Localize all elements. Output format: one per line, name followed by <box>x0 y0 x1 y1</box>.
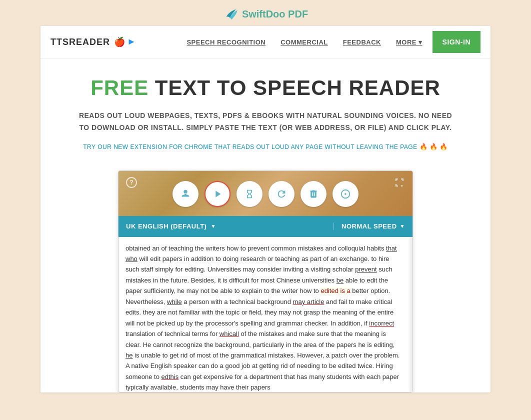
text-content-area[interactable]: obtained an of teaching the writers how … <box>118 237 412 392</box>
swiftdoo-logo[interactable]: SwiftDoo PDF <box>223 6 308 22</box>
word-whicall: whicall <box>220 330 239 338</box>
swiftdoo-text: SwiftDoo PDF <box>242 8 308 20</box>
main-card: TTSREADER 🍎 ► SPEECH RECOGNITION COMMERC… <box>40 26 490 392</box>
player-top: ? <box>118 171 412 216</box>
speech-recognition-link[interactable]: SPEECH RECOGNITION <box>186 38 266 46</box>
word-edited: edited is a <box>320 287 350 294</box>
bird-icon <box>223 6 239 22</box>
play-button[interactable] <box>204 181 230 207</box>
word-edthis: edthis <box>162 373 179 380</box>
play-brand-icon: ► <box>127 36 136 48</box>
play-icon <box>212 188 223 200</box>
target-icon <box>340 188 351 200</box>
word-incorrect: incorrect <box>369 320 394 327</box>
fullscreen-svg <box>394 178 404 188</box>
hero-section: FREE TEXT TO SPEECH READER READS OUT LOU… <box>40 58 490 170</box>
word-prevent: prevent <box>355 266 376 273</box>
word-may-article: may article <box>293 298 324 306</box>
speed-chevron: ▼ <box>400 224 405 229</box>
person-icon <box>180 188 191 200</box>
word-while: while <box>167 298 182 306</box>
navbar: TTSREADER 🍎 ► SPEECH RECOGNITION COMMERC… <box>40 26 490 58</box>
brand-name: TTSREADER <box>50 37 110 48</box>
controls-row <box>126 178 405 210</box>
navbar-brand: TTSREADER 🍎 ► <box>50 36 186 48</box>
speed-selector[interactable]: NORMAL SPEED ▼ <box>334 222 412 230</box>
language-chevron: ▼ <box>210 224 216 229</box>
brand-icons: 🍎 ► <box>114 36 136 48</box>
hero-title: FREE TEXT TO SPEECH READER <box>60 76 470 100</box>
word-that: that <box>386 244 397 252</box>
hourglass-icon <box>244 188 254 200</box>
word-he: he <box>126 352 132 359</box>
person-button[interactable] <box>172 181 198 207</box>
top-bar: SwiftDoo PDF <box>0 0 531 26</box>
hero-subtitle: READS OUT LOUD WEBPAGES, TEXTS, PDFS & E… <box>60 110 470 134</box>
hero-title-rest: TEXT TO SPEECH READER <box>148 76 440 100</box>
navbar-links: SPEECH RECOGNITION COMMERCIAL FEEDBACK M… <box>186 38 422 46</box>
speed-label: NORMAL SPEED <box>342 222 397 230</box>
feedback-link[interactable]: FEEDBACK <box>343 38 381 46</box>
target-button[interactable] <box>332 181 358 207</box>
lang-speed-bar: UK ENGLISH (DEFAULT) ▼ NORMAL SPEED ▼ <box>118 216 412 237</box>
trash-button[interactable] <box>300 181 326 207</box>
timer-button[interactable] <box>236 181 262 207</box>
hero-title-free: FREE <box>90 76 148 100</box>
fullscreen-icon[interactable] <box>394 177 405 188</box>
word-be: be <box>336 276 344 284</box>
refresh-button[interactable] <box>268 181 294 207</box>
apple-icon: 🍎 <box>114 36 125 48</box>
language-selector[interactable]: UK ENGLISH (DEFAULT) ▼ <box>118 222 334 230</box>
commercial-link[interactable]: COMMERCIAL <box>280 38 328 46</box>
trash-icon <box>308 188 318 200</box>
word-who: who <box>126 255 138 262</box>
svg-point-1 <box>345 194 346 194</box>
more-link[interactable]: MORE ▾ <box>396 38 422 46</box>
language-label: UK ENGLISH (DEFAULT) <box>126 222 206 230</box>
help-icon[interactable]: ? <box>126 177 137 188</box>
player-widget: ? <box>118 170 413 392</box>
extension-banner[interactable]: TRY OUR NEW EXTENSION FOR CHROME THAT RE… <box>60 143 470 150</box>
refresh-icon <box>276 188 287 200</box>
signin-button[interactable]: SIGN-IN <box>432 31 480 53</box>
